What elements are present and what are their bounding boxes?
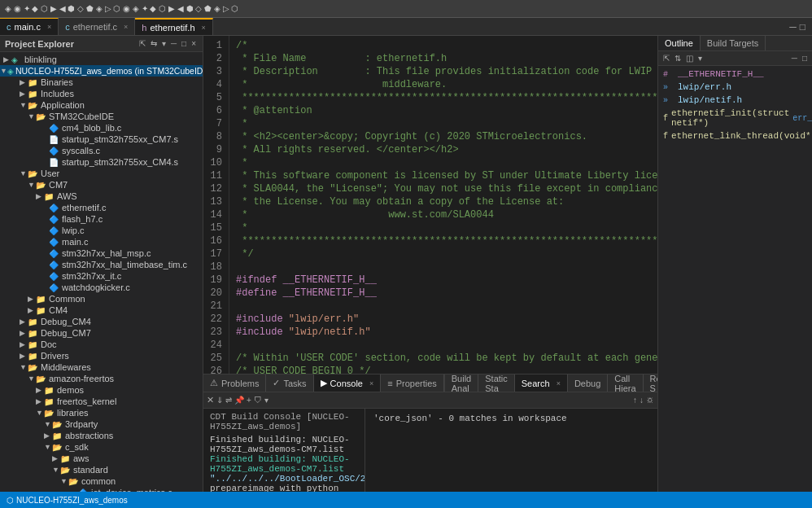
tree-item-it[interactable]: 🔷 stm32h7xx_it.c <box>0 270 203 282</box>
outline-more[interactable]: ▾ <box>696 53 704 64</box>
tree-item-common-sub[interactable]: ▼ 📂 common <box>0 475 203 487</box>
tree-item-abstractions[interactable]: ▶ 📁 abstractions <box>0 430 203 441</box>
search-toolbar-3[interactable]: ⛭ <box>646 396 654 405</box>
tree-item-amazon-freertos[interactable]: ▼ 📂 amazon-freertos <box>0 373 203 384</box>
tree-item-startup2[interactable]: 📄 startup_stm32h755xx_CM4.s <box>0 156 203 168</box>
tab-close-ethernetif-c[interactable]: × <box>124 23 128 31</box>
outline-collapse[interactable]: ⇱ <box>661 53 671 64</box>
outline-item-macro[interactable]: # __ETHERNETIF_H__ <box>658 68 812 81</box>
tab-ethernetif-c[interactable]: c ethernetif.c × <box>59 18 135 35</box>
maximize-editor[interactable]: □ <box>800 21 805 33</box>
bottom-content-split: CDT Build Console [NUCLEO-H755ZI_aws_dem… <box>203 409 657 492</box>
console-word-wrap[interactable]: ⇌ <box>225 396 232 405</box>
file-icon-startup2: 📄 <box>49 158 60 167</box>
explorer-maximize[interactable]: □ <box>180 38 188 49</box>
statusbar-project-label: NUCLEO-H755ZI_aws_demos <box>16 496 128 505</box>
tab-console-close[interactable]: × <box>369 379 373 388</box>
tab-properties-label: Properties <box>396 379 437 388</box>
tab-main-c[interactable]: c main.c × <box>0 18 59 35</box>
tree-item-middlewares[interactable]: ▼ 📂 Middlewares <box>0 361 203 373</box>
console-options[interactable]: ⛉ <box>254 396 262 405</box>
code-view[interactable]: /* * File Name : ethernetif.h * Descript… <box>229 36 657 374</box>
explorer-menu[interactable]: ▾ <box>160 38 168 49</box>
tree-item-nucleo[interactable]: ▼ ◈ NUCLEO-H755ZI_aws_demos (in STM32Cub… <box>0 65 203 77</box>
tree-item-3rdparty[interactable]: ▼ 📂 3rdparty <box>0 418 203 430</box>
tree-item-cm4-blob[interactable]: 🔷 cm4_blob_lib.c <box>0 122 203 134</box>
right-tab-outline[interactable]: Outline <box>658 36 701 50</box>
tab-close-ethernetif-h[interactable]: × <box>202 24 206 32</box>
minimize-editor[interactable]: ─ <box>789 21 797 33</box>
tree-item-includes[interactable]: ▶ 📁 Includes <box>0 88 203 99</box>
explorer-close[interactable]: × <box>190 38 198 49</box>
tab-close-main-c[interactable]: × <box>47 23 51 31</box>
tree-arrow-nucleo: ▼ <box>0 67 7 75</box>
tree-item-drivers[interactable]: ▶ 📁 Drivers <box>0 350 203 361</box>
explorer-collapse-all[interactable]: ⇱ <box>138 38 147 49</box>
tree-item-debug-cm7[interactable]: ▶ 📁 Debug_CM7 <box>0 327 203 339</box>
tree-item-standard[interactable]: ▼ 📂 standard <box>0 464 203 475</box>
tree-item-libraries[interactable]: ▼ 📂 libraries <box>0 407 203 418</box>
tree-item-stm32cubeide[interactable]: ▼ 📂 STM32CubeIDE <box>0 111 203 122</box>
tab-build-anal[interactable]: Build Anal <box>445 374 478 392</box>
search-toolbar-2[interactable]: ↓ <box>640 396 644 405</box>
outline-minimize[interactable]: ─ <box>790 53 799 64</box>
tree-item-doc[interactable]: ▶ 📁 Doc <box>0 339 203 350</box>
tree-item-startup[interactable]: 📄 startup_stm32h755xx_CM7.s <box>0 134 203 145</box>
tree-item-watchdog[interactable]: 🔷 watchdogkicker.c <box>0 282 203 293</box>
tree-item-hal-timebase[interactable]: 🔷 stm32h7xx_hal_timebase_tim.c <box>0 259 203 270</box>
static-sta-label: Static Sta <box>485 374 508 393</box>
console-new[interactable]: + <box>247 396 251 405</box>
outline-item-ethernet-link[interactable]: f ethernet_link_thread(void*) void <box>658 129 812 142</box>
explorer-minimize[interactable]: ─ <box>169 38 178 49</box>
tree-item-freertos-kernel[interactable]: ▶ 📁 freertos_kernel <box>0 396 203 407</box>
tree-item-common[interactable]: ▶ 📁 Common <box>0 293 203 304</box>
tree-item-cm7[interactable]: ▼ 📂 CM7 <box>0 179 203 190</box>
right-tab-build-targets[interactable]: Build Targets <box>701 36 766 50</box>
clear-console-button[interactable]: ✕ <box>207 395 214 405</box>
tree-item-c-sdk[interactable]: ▼ 📂 c_sdk <box>0 441 203 453</box>
tree-item-ethernetif-c[interactable]: 🔷 ethernetif.c <box>0 202 203 213</box>
tree-label-it: stm32h7xx_it.c <box>62 271 121 281</box>
scroll-lock-button[interactable]: ⇓ <box>216 396 223 405</box>
tree-item-application[interactable]: ▼ 📂 Application <box>0 99 203 111</box>
tree-item-cm4[interactable]: ▶ 📁 CM4 <box>0 304 203 316</box>
tab-search-close[interactable]: × <box>557 379 561 388</box>
tree-arrow-drivers: ▶ <box>20 352 28 360</box>
explorer-link-editor[interactable]: ⇆ <box>149 38 159 49</box>
console-icon: ▶ <box>321 378 327 388</box>
outline-item-netif-h[interactable]: » lwip/netif.h <box>658 94 812 107</box>
outline-hide[interactable]: ◫ <box>684 53 695 64</box>
tab-call-hiera[interactable]: Call Hiera <box>608 374 643 392</box>
tree-item-user[interactable]: ▼ 📂 User <box>0 168 203 179</box>
tree-item-aws[interactable]: ▶ 📁 AWS <box>0 190 203 202</box>
tab-ethernetif-h[interactable]: h ethernetif.h × <box>135 18 212 35</box>
outline-sort[interactable]: ⇅ <box>673 53 683 64</box>
console-output[interactable]: CDT Build Console [NUCLEO-H755ZI_aws_dem… <box>203 409 365 492</box>
search-toolbar-1[interactable]: ↑ <box>633 396 637 405</box>
tree-item-binaries[interactable]: ▶ 📁 Binaries <box>0 77 203 88</box>
tab-debug[interactable]: Debug <box>568 374 608 392</box>
console-more[interactable]: ▾ <box>264 396 268 405</box>
tree-item-debug-cm4[interactable]: ▶ 📁 Debug_CM4 <box>0 316 203 327</box>
tree-item-lwip[interactable]: 🔷 lwip.c <box>0 225 203 236</box>
console-pin[interactable]: 📌 <box>234 396 244 405</box>
outline-item-err-h[interactable]: » lwip/err.h <box>658 81 812 94</box>
tab-problems[interactable]: ⚠ Problems <box>203 374 266 392</box>
outline-item-ethernetif-init[interactable]: f ethernetif_init(struct netif*) err_t <box>658 107 812 129</box>
tab-console[interactable]: ▶ Console × <box>314 374 382 392</box>
tree-item-syscalls[interactable]: 🔷 syscalls.c <box>0 145 203 156</box>
outline-maximize[interactable]: □ <box>801 53 809 64</box>
tab-remote-s[interactable]: Remote S <box>644 374 657 392</box>
tab-properties[interactable]: ≡ Properties <box>381 374 444 392</box>
tree-item-demos[interactable]: ▶ 📁 demos <box>0 384 203 396</box>
tab-search[interactable]: Search × <box>515 374 568 392</box>
editor-area[interactable]: 1 2 3 4 5 6 7 8 910111213141516171819202… <box>203 36 657 374</box>
outline-include-icon-2: » <box>663 96 674 105</box>
tab-static-sta[interactable]: Static Sta <box>478 374 515 392</box>
tree-item-hal-msp[interactable]: 🔷 stm32h7xx_hal_msp.c <box>0 247 203 259</box>
tree-item-blinkling[interactable]: ▶ ◈ blinkling <box>0 54 203 65</box>
tab-tasks[interactable]: ✓ Tasks <box>266 374 313 392</box>
tree-item-aws-sub[interactable]: ▶ 📁 aws <box>0 453 203 464</box>
tree-item-flash-h7[interactable]: 🔷 flash_h7.c <box>0 213 203 225</box>
tree-item-main-c[interactable]: 🔷 main.c <box>0 236 203 247</box>
